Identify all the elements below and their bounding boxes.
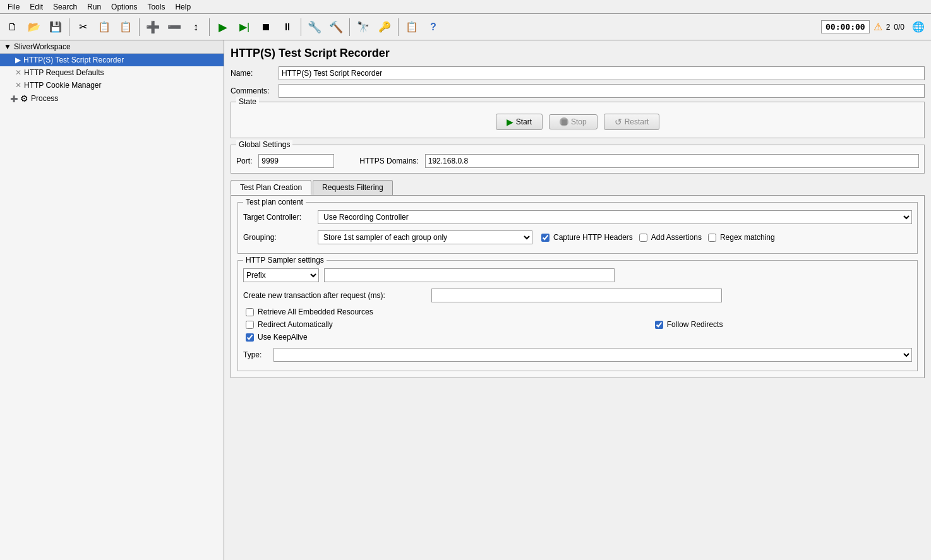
grouping-label: Grouping: bbox=[243, 233, 313, 242]
https-domains-input[interactable] bbox=[425, 154, 919, 168]
menu-search[interactable]: Search bbox=[48, 1, 82, 13]
capture-http-headers-text: Capture HTTP Headers bbox=[553, 233, 633, 242]
redirect-auto-text: Redirect Automatically bbox=[258, 320, 333, 329]
workspace-label: SliverWorkspace bbox=[14, 42, 71, 51]
toolbar-right: 00:00:00 ⚠ 2 0/0 🌐 bbox=[821, 17, 928, 37]
redirect-auto-label[interactable]: Redirect Automatically bbox=[246, 320, 333, 329]
test-plan-content-group: Test plan content Target Controller: Use… bbox=[237, 202, 918, 254]
open-button[interactable]: 📂 bbox=[24, 17, 44, 37]
use-keepalive-checkbox[interactable] bbox=[246, 333, 254, 342]
copy-button[interactable]: 📋 bbox=[94, 17, 114, 37]
grouping-options: Capture HTTP Headers Add Assertions Rege… bbox=[541, 233, 775, 242]
content-area: HTTP(S) Test Script Recorder Name: Comme… bbox=[224, 40, 931, 560]
paste-button[interactable]: 📋 bbox=[116, 17, 136, 37]
retrieve-embedded-checkbox[interactable] bbox=[246, 308, 254, 316]
stop-toolbar-button[interactable]: ⏹ bbox=[256, 17, 276, 37]
comments-row: Comments: bbox=[231, 84, 925, 98]
capture-http-headers-label[interactable]: Capture HTTP Headers bbox=[541, 233, 633, 242]
new-button[interactable]: 🗋 bbox=[3, 17, 23, 37]
add-assertions-checkbox[interactable] bbox=[639, 234, 647, 242]
global-settings-group: Global Settings Port: HTTPS Domains: bbox=[231, 145, 925, 174]
restart-icon: ↺ bbox=[615, 117, 622, 127]
expand-button[interactable]: ➕ bbox=[143, 17, 163, 37]
redirect-auto-checkbox[interactable] bbox=[246, 321, 254, 329]
cookie-manager-label: HTTP Cookie Manager bbox=[24, 81, 102, 90]
binoculars-button[interactable]: 🔭 bbox=[353, 17, 373, 37]
state-buttons: ▶ Start ⏹ Stop ↺ Restart bbox=[236, 107, 919, 133]
toolbar-sep-5 bbox=[349, 18, 350, 36]
transaction-input[interactable] bbox=[431, 289, 722, 302]
https-domains-label: HTTPS Domains: bbox=[359, 157, 418, 165]
tools-btn-2[interactable]: 🔨 bbox=[326, 17, 346, 37]
request-defaults-label: HTTP Request Defaults bbox=[24, 68, 104, 77]
network-button[interactable]: 🌐 bbox=[908, 17, 928, 37]
target-controller-select[interactable]: Use Recording Controller bbox=[318, 210, 912, 224]
retrieve-embedded-label[interactable]: Retrieve All Embedded Resources bbox=[246, 307, 373, 316]
prefix-text-input[interactable] bbox=[324, 268, 615, 282]
toolbar-sep-2 bbox=[139, 18, 140, 36]
toolbar-sep-3 bbox=[209, 18, 210, 36]
save-button[interactable]: 💾 bbox=[45, 17, 66, 37]
collapse-button[interactable]: ➖ bbox=[164, 17, 184, 37]
restart-button[interactable]: ↺ Restart bbox=[604, 114, 660, 130]
toggle-button[interactable]: ↕ bbox=[186, 17, 206, 37]
request-defaults-icon: ✕ bbox=[15, 68, 21, 77]
tab-content: Test plan content Target Controller: Use… bbox=[231, 196, 925, 378]
sidebar-item-recorder[interactable]: ▶ HTTP(S) Test Script Recorder bbox=[0, 54, 224, 66]
start-label: Start bbox=[516, 117, 532, 126]
shutdown-button[interactable]: ⏸ bbox=[277, 17, 297, 37]
start-button[interactable]: ▶ Start bbox=[496, 114, 543, 130]
global-settings-row: Port: HTTPS Domains: bbox=[236, 150, 919, 168]
state-group: State ▶ Start ⏹ Stop ↺ Restart bbox=[231, 102, 925, 138]
use-keepalive-label[interactable]: Use KeepAlive bbox=[246, 333, 308, 342]
cookie-manager-icon: ✕ bbox=[15, 81, 21, 90]
menu-tools[interactable]: Tools bbox=[142, 1, 170, 13]
pages-display: 0/0 bbox=[894, 23, 904, 32]
http-sampler-label: HTTP Sampler settings bbox=[243, 256, 327, 265]
grouping-select[interactable]: Store 1st sampler of each group only bbox=[318, 230, 532, 244]
use-keepalive-text: Use KeepAlive bbox=[258, 333, 308, 342]
regex-matching-checkbox[interactable] bbox=[708, 234, 716, 242]
name-input[interactable] bbox=[279, 66, 925, 80]
help-button[interactable]: ? bbox=[423, 17, 443, 37]
stop-icon: ⏹ bbox=[560, 117, 568, 126]
comments-input[interactable] bbox=[279, 84, 925, 98]
prefix-row: Prefix bbox=[243, 266, 912, 282]
prefix-select[interactable]: Prefix bbox=[243, 268, 319, 282]
sidebar-workspace[interactable]: ▼ SliverWorkspace bbox=[0, 40, 224, 54]
port-input[interactable] bbox=[258, 154, 334, 168]
capture-http-headers-checkbox[interactable] bbox=[541, 234, 550, 242]
menu-file[interactable]: File bbox=[3, 1, 25, 13]
follow-redirects-checkbox[interactable] bbox=[655, 321, 663, 329]
menu-options[interactable]: Options bbox=[106, 1, 142, 13]
stop-button[interactable]: ⏹ Stop bbox=[549, 114, 598, 129]
sidebar-item-cookie-manager[interactable]: ✕ HTTP Cookie Manager bbox=[0, 79, 224, 92]
follow-redirects-text: Follow Redirects bbox=[667, 320, 723, 329]
tab-requests-filtering[interactable]: Requests Filtering bbox=[313, 180, 393, 195]
tab-bar: Test Plan Creation Requests Filtering bbox=[231, 180, 925, 196]
cut-button[interactable]: ✂ bbox=[73, 17, 93, 37]
sidebar-item-process[interactable]: ➕ ⚙ Process bbox=[0, 92, 224, 105]
regex-matching-label[interactable]: Regex matching bbox=[708, 233, 775, 242]
expand-item-icon: ➕ bbox=[10, 95, 18, 102]
run-nopauses-button[interactable]: ▶| bbox=[234, 17, 255, 37]
list-button[interactable]: 📋 bbox=[402, 17, 422, 37]
remote-button[interactable]: 🔑 bbox=[375, 17, 395, 37]
follow-redirects-label[interactable]: Follow Redirects bbox=[655, 320, 723, 329]
process-icon: ⚙ bbox=[20, 93, 28, 104]
menu-bar: File Edit Search Run Options Tools Help bbox=[0, 0, 931, 14]
http-sampler-group: HTTP Sampler settings Prefix Create new … bbox=[237, 260, 918, 371]
type-label: Type: bbox=[243, 350, 268, 359]
sidebar-item-request-defaults[interactable]: ✕ HTTP Request Defaults bbox=[0, 66, 224, 79]
menu-edit[interactable]: Edit bbox=[25, 1, 48, 13]
run-button[interactable]: ▶ bbox=[213, 17, 233, 37]
menu-run[interactable]: Run bbox=[82, 1, 106, 13]
state-label: State bbox=[236, 97, 259, 106]
tools-btn-1[interactable]: 🔧 bbox=[304, 17, 325, 37]
tab-test-plan-creation[interactable]: Test Plan Creation bbox=[231, 180, 311, 195]
process-label: Process bbox=[31, 94, 58, 103]
add-assertions-label[interactable]: Add Assertions bbox=[639, 233, 702, 242]
retrieve-embedded-text: Retrieve All Embedded Resources bbox=[258, 307, 373, 316]
type-select[interactable] bbox=[273, 348, 912, 362]
menu-help[interactable]: Help bbox=[170, 1, 196, 13]
